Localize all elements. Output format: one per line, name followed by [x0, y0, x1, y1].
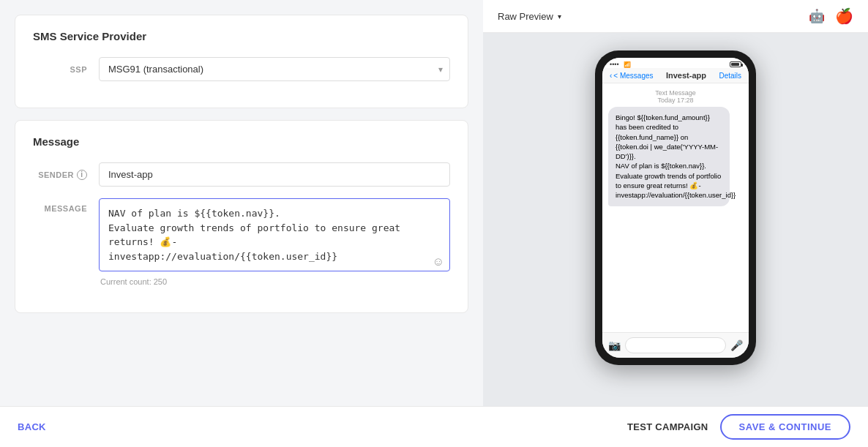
- ssp-card: SMS Service Provider SSP MSG91 (transact…: [15, 15, 468, 108]
- nav-back-label: < Messages: [613, 72, 653, 80]
- back-button[interactable]: BACK: [18, 421, 46, 432]
- status-bar: •••• 📶: [602, 58, 749, 68]
- status-right: [730, 61, 741, 67]
- phone-container: •••• 📶 ‹ < Messages: [595, 50, 756, 365]
- apple-icon[interactable]: 🍎: [835, 7, 853, 25]
- iphone-input-bar: 📷 🎤: [602, 332, 749, 358]
- signal-dots: ••••: [610, 61, 619, 68]
- battery-fill: [731, 63, 739, 66]
- right-panel: Raw Preview ▾ 🤖 🍎 •••• 📶: [483, 0, 868, 406]
- chevron-down-icon: ▾: [558, 12, 561, 20]
- left-panel: SMS Service Provider SSP MSG91 (transact…: [0, 0, 483, 406]
- sender-form-row: SENDER i: [33, 162, 450, 187]
- nav-title: Invest-app: [666, 71, 706, 80]
- ssp-control: MSG91 (transactional)TwilioNexmo: [99, 57, 450, 81]
- sender-label: SENDER i: [33, 170, 99, 180]
- textarea-wrapper: NAV of plan is ${{token.nav}}. Evaluate …: [99, 198, 450, 274]
- iphone-messages: Text Message Today 17:28 Bingo! ${{token…: [602, 83, 749, 332]
- emoji-button[interactable]: ☺: [433, 255, 444, 268]
- preview-header: Raw Preview ▾ 🤖 🍎: [483, 0, 868, 33]
- message-form-row: MESSAGE NAV of plan is ${{token.nav}}. E…: [33, 198, 450, 286]
- ssp-label: SSP: [33, 65, 99, 74]
- android-icon[interactable]: 🤖: [809, 8, 825, 24]
- ssp-form-row: SSP MSG91 (transactional)TwilioNexmo: [33, 57, 450, 81]
- preview-icons: 🤖 🍎: [809, 7, 853, 25]
- message-date-label: Text Message Today 17:28: [608, 89, 743, 104]
- message-card: Message SENDER i MESSAGE NAV of plan is …: [15, 120, 468, 313]
- sender-info-icon[interactable]: i: [77, 170, 87, 180]
- ssp-select-wrapper[interactable]: MSG91 (transactional)TwilioNexmo: [99, 57, 450, 81]
- preview-title: Raw Preview: [498, 11, 553, 22]
- message-bubble: Bingo! ${{token.fund_amount}} has been c…: [608, 107, 730, 206]
- nav-back-chevron: ‹: [610, 72, 612, 80]
- footer-right: TEST CAMPAIGN SAVE & CONTINUE: [627, 414, 850, 440]
- nav-back-button[interactable]: ‹ < Messages: [610, 72, 654, 80]
- nav-detail[interactable]: Details: [719, 72, 741, 80]
- save-continue-button[interactable]: SAVE & CONTINUE: [720, 414, 850, 440]
- iphone-message-input[interactable]: [625, 337, 726, 353]
- sender-control: [99, 162, 450, 187]
- camera-icon[interactable]: 📷: [608, 339, 621, 351]
- iphone-mockup: •••• 📶 ‹ < Messages: [595, 50, 756, 365]
- status-dots: •••• 📶: [610, 61, 631, 68]
- footer: BACK TEST CAMPAIGN SAVE & CONTINUE: [0, 406, 868, 447]
- battery-icon: [730, 61, 741, 67]
- message-card-title: Message: [33, 135, 450, 148]
- message-textarea[interactable]: NAV of plan is ${{token.nav}}. Evaluate …: [99, 198, 450, 271]
- sender-input[interactable]: [99, 162, 450, 187]
- ssp-select[interactable]: MSG91 (transactional)TwilioNexmo: [99, 57, 450, 81]
- test-campaign-button[interactable]: TEST CAMPAIGN: [627, 421, 708, 432]
- mic-icon[interactable]: 🎤: [730, 339, 743, 351]
- iphone-nav: ‹ < Messages Invest-app Details: [602, 68, 749, 83]
- preview-dropdown-button[interactable]: Raw Preview ▾: [498, 11, 561, 22]
- iphone-screen: •••• 📶 ‹ < Messages: [602, 58, 749, 358]
- ssp-card-title: SMS Service Provider: [33, 30, 450, 42]
- char-count: Current count: 250: [100, 277, 450, 286]
- message-label: MESSAGE: [33, 198, 99, 213]
- message-control: NAV of plan is ${{token.nav}}. Evaluate …: [99, 198, 450, 286]
- wifi-icon: 📶: [624, 61, 631, 68]
